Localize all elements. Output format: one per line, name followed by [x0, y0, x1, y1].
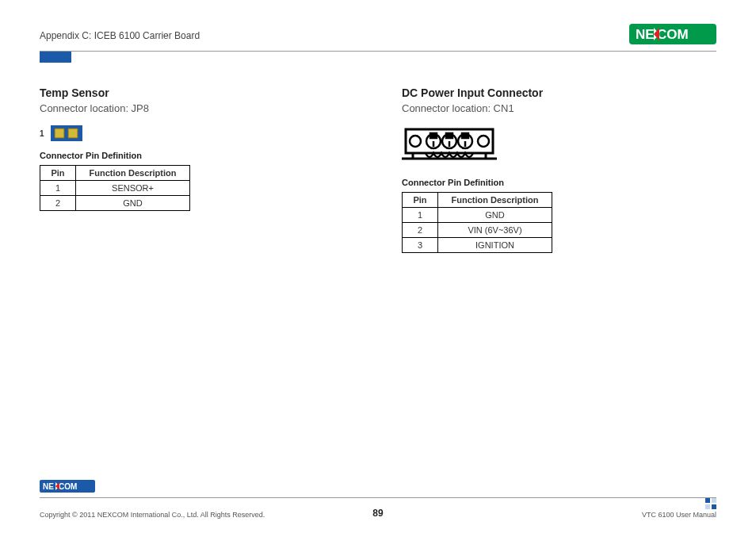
- temp-sensor-diagram: 1: [40, 125, 354, 141]
- col-func: Function Description: [76, 166, 190, 181]
- footer-brand-logo: NE COM: [40, 480, 716, 496]
- svg-rect-29: [712, 498, 716, 503]
- dc-power-section: DC Power Input Connector Connector locat…: [402, 86, 716, 253]
- col-func: Function Description: [438, 193, 552, 208]
- dc-power-table-caption: Connector Pin Definition: [402, 178, 716, 187]
- svg-rect-18: [446, 133, 452, 138]
- manual-name: VTC 6100 User Manual: [642, 511, 716, 519]
- dc-power-diagram: [402, 125, 716, 168]
- page-footer: NE COM Copyright © 2011 NEXCOM Internati…: [40, 480, 716, 519]
- brand-logo: NE COM: [629, 24, 716, 48]
- svg-rect-15: [430, 133, 437, 138]
- col-pin: Pin: [40, 166, 76, 181]
- svg-text:NE: NE: [636, 27, 655, 42]
- svg-rect-31: [712, 504, 716, 509]
- svg-text:COM: COM: [59, 482, 77, 491]
- svg-text:COM: COM: [657, 27, 689, 42]
- svg-text:NE: NE: [43, 482, 54, 491]
- dc-power-pin-table: Pin Function Description 1 GND 2 VIN (6V…: [402, 192, 552, 253]
- dc-power-title: DC Power Input Connector: [402, 86, 716, 99]
- table-header-row: Pin Function Description: [403, 193, 552, 208]
- temp-sensor-title: Temp Sensor: [40, 86, 354, 99]
- page-header: Appendix C: ICEB 6100 Carrier Board NE C…: [40, 24, 716, 52]
- footer-ornament-icon: [705, 498, 716, 509]
- table-row: 3 IGNITION: [403, 238, 552, 253]
- page-number: 89: [372, 508, 383, 519]
- temp-sensor-location: Connector location: JP8: [40, 102, 354, 114]
- col-pin: Pin: [403, 193, 438, 208]
- svg-point-13: [478, 136, 489, 147]
- appendix-title: Appendix C: ICEB 6100 Carrier Board: [40, 30, 200, 41]
- svg-point-12: [410, 136, 421, 147]
- temp-sensor-section: Temp Sensor Connector location: JP8 1 Co…: [40, 86, 354, 253]
- table-header-row: Pin Function Description: [40, 166, 190, 181]
- temp-sensor-pin-table: Pin Function Description 1 SENSOR+ 2 GND: [40, 165, 190, 211]
- copyright-text: Copyright © 2011 NEXCOM International Co…: [40, 511, 265, 519]
- table-row: 2 GND: [40, 196, 190, 211]
- svg-rect-21: [462, 133, 468, 138]
- table-row: 2 VIN (6V~36V): [403, 223, 552, 238]
- svg-rect-7: [68, 128, 78, 138]
- table-row: 1 GND: [403, 208, 552, 223]
- svg-rect-30: [705, 504, 710, 509]
- svg-rect-28: [705, 498, 710, 503]
- table-row: 1 SENSOR+: [40, 181, 190, 196]
- temp-sensor-table-caption: Connector Pin Definition: [40, 151, 354, 160]
- dc-power-location: Connector location: CN1: [402, 102, 716, 114]
- header-blue-tab: [40, 52, 71, 63]
- pin-1-marker: 1: [40, 129, 44, 138]
- svg-rect-6: [55, 128, 64, 138]
